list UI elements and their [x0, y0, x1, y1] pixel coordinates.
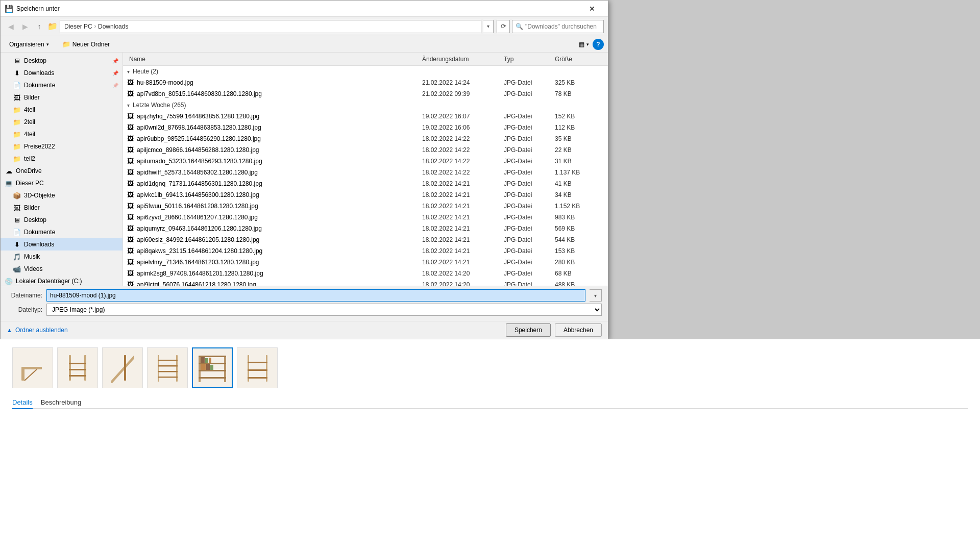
file-type: JPG-Datei	[502, 158, 553, 165]
search-input[interactable]	[525, 23, 602, 30]
col-modified[interactable]: Änderungsdatum	[420, 56, 502, 63]
thumbnail-4[interactable]	[147, 347, 188, 388]
file-row[interactable]: 🖼 api60esiz_84992.1644861205.1280.1280.j…	[123, 234, 608, 245]
forward-button[interactable]: ▶	[19, 20, 31, 33]
collapse-icon[interactable]: ▾	[127, 69, 130, 74]
file-row[interactable]: 🖼 api0wnl2d_87698.1644863853.1280.1280.j…	[123, 122, 608, 133]
file-date: 19.02.2022 16:06	[420, 124, 502, 131]
breadcrumb-bar[interactable]: Dieser PC › Downloads	[60, 20, 481, 33]
group-header-heute[interactable]: ▾ Heute (2)	[123, 66, 608, 77]
filename-input[interactable]	[46, 289, 585, 302]
file-name: 🖼 apijzhyhq_75599.1644863856.1280.1280.j…	[127, 112, 420, 120]
breadcrumb-dropdown[interactable]: ▾	[483, 20, 494, 33]
sidebar-item-bilder2[interactable]: 🖼 Bilder	[1, 202, 122, 214]
file-row[interactable]: 🖼 apivkc1lb_69413.1644856300.1280.1280.j…	[123, 189, 608, 201]
filetype-select[interactable]: JPEG Image (*.jpg)	[46, 304, 602, 316]
svg-rect-5	[69, 363, 86, 364]
save-button[interactable]: Speichern	[506, 323, 551, 337]
file-row[interactable]: 🖼 apielvlmy_71346.1644861203.1280.1280.j…	[123, 257, 608, 268]
col-name[interactable]: Name	[127, 56, 420, 63]
group-header-letzte-woche[interactable]: ▾ Letzte Woche (265)	[123, 99, 608, 111]
sidebar-item-3d[interactable]: 📦 3D-Objekte	[1, 189, 122, 202]
file-size: 22 KB	[553, 146, 604, 154]
file-row[interactable]: 🖼 apiqumyrz_09463.1644861206.1280.1280.j…	[123, 223, 608, 234]
sidebar-item-videos[interactable]: 📹 Videos	[1, 263, 122, 275]
jpg-icon: 🖼	[127, 135, 134, 142]
file-row[interactable]: 🖼 apimk2sg8_97408.1644861201.1280.1280.j…	[123, 268, 608, 279]
close-button[interactable]: ✕	[580, 1, 604, 17]
view-button[interactable]: ▦ ▾	[576, 38, 592, 51]
breadcrumb-dieser-pc[interactable]: Dieser PC	[64, 23, 92, 30]
tab-details[interactable]: Details	[12, 396, 33, 409]
thumbnail-2[interactable]	[57, 347, 98, 388]
file-row[interactable]: 🖼 api6zyvd_28660.1644861207.1280.1280.jp…	[123, 212, 608, 223]
sidebar-item-musik[interactable]: 🎵 Musik	[1, 251, 122, 263]
svg-rect-4	[84, 355, 86, 381]
tab-beschreibung[interactable]: Beschreibung	[41, 396, 82, 409]
cancel-button[interactable]: Abbrechen	[555, 323, 602, 337]
collapse-icon[interactable]: ▾	[127, 103, 130, 108]
sidebar-item-label: Musik	[24, 253, 40, 260]
dialog-icon: 💾	[5, 5, 13, 13]
sidebar-item-desktop[interactable]: 🖥 Desktop 📌	[1, 55, 122, 67]
back-button[interactable]: ◀	[5, 20, 17, 33]
file-size: 31 KB	[553, 158, 604, 165]
file-row[interactable]: 🖼 apir6ubbp_98525.1644856290.1280.1280.j…	[123, 133, 608, 144]
organize-button[interactable]: Organisieren ▾	[5, 38, 54, 51]
thumbnail-5[interactable]	[192, 347, 233, 388]
sidebar-item-4teil2[interactable]: 📁 4teil	[1, 128, 122, 140]
sidebar-item-downloads-active[interactable]: ⬇ Downloads	[1, 238, 122, 251]
file-row[interactable]: 🖼 apidhwitf_52573.1644856302.1280.1280.j…	[123, 167, 608, 178]
thumbnail-6[interactable]	[237, 347, 278, 388]
sidebar-item-dokumente[interactable]: 📄 Dokumente 📌	[1, 79, 122, 91]
sidebar-item-onedrive[interactable]: ☁ OneDrive	[1, 165, 122, 177]
col-size[interactable]: Größe	[553, 56, 604, 63]
up-button[interactable]: ↑	[33, 20, 45, 33]
file-date: 18.02.2022 14:21	[420, 203, 502, 210]
file-name-text: api8qakws_23115.1644861204.1280.1280.jpg	[137, 247, 262, 255]
sidebar-item-dokumente2[interactable]: 📄 Dokumente	[1, 226, 122, 238]
sidebar-item-label: Preise2022	[24, 143, 55, 150]
jpg-icon: 🖼	[127, 247, 134, 255]
sidebar-item-preise[interactable]: 📁 Preise2022	[1, 140, 122, 153]
sidebar-item-downloads-top[interactable]: ⬇ Downloads 📌	[1, 67, 122, 79]
sidebar-item-desktop2[interactable]: 🖥 Desktop	[1, 214, 122, 226]
file-name-text: apielvlmy_71346.1644861203.1280.1280.jpg	[137, 259, 259, 266]
file-name-text: api0wnl2d_87698.1644863853.1280.1280.jpg	[137, 124, 261, 131]
file-date: 18.02.2022 14:21	[420, 259, 502, 266]
jpg-icon: 🖼	[127, 79, 134, 86]
file-list-body[interactable]: ▾ Heute (2) 🖼 hu-881509-mood.jpg 21.02.2…	[123, 66, 608, 286]
thumbnail-3[interactable]	[102, 347, 143, 388]
file-row[interactable]: 🖼 apid1dgnq_71731.1644856301.1280.1280.j…	[123, 178, 608, 189]
thumbnail-1[interactable]	[12, 347, 53, 388]
file-row[interactable]: 🖼 apijzhyhq_75599.1644863856.1280.1280.j…	[123, 111, 608, 122]
file-row[interactable]: 🖼 apiljcmco_89866.1644856288.1280.1280.j…	[123, 144, 608, 156]
file-row[interactable]: 🖼 api8qakws_23115.1644861204.1280.1280.j…	[123, 245, 608, 257]
sidebar-item-dieser-pc[interactable]: 💻 Dieser PC	[1, 177, 122, 189]
sidebar-item-4teil[interactable]: 📁 4teil	[1, 104, 122, 116]
breadcrumb-downloads[interactable]: Downloads	[98, 23, 128, 30]
file-row[interactable]: 🖼 hu-881509-mood.jpg 21.02.2022 14:24 JP…	[123, 77, 608, 88]
new-folder-button[interactable]: 📁 Neuer Ordner	[58, 38, 114, 51]
sidebar-item-2teil[interactable]: 📁 2teil	[1, 116, 122, 128]
sidebar-item-lokaler-c[interactable]: 💿 Lokaler Datenträger (C:)	[1, 275, 122, 286]
col-type[interactable]: Typ	[502, 56, 553, 63]
file-row[interactable]: 🖼 apitumado_53230.1644856293.1280.1280.j…	[123, 156, 608, 167]
file-list-header: Name Änderungsdatum Typ Größe	[123, 53, 608, 66]
sidebar-item-label: Bilder	[24, 204, 40, 211]
file-name: 🖼 api60esiz_84992.1644861205.1280.1280.j…	[127, 236, 420, 243]
file-name-text: apir6ubbp_98525.1644856290.1280.1280.jpg	[137, 135, 261, 142]
filename-dropdown[interactable]: ▾	[590, 289, 602, 302]
sidebar-item-bilder[interactable]: 🖼 Bilder	[1, 91, 122, 104]
folder-icon: 📁	[13, 130, 21, 138]
group-label: Heute (2)	[133, 68, 158, 75]
folder-toggle[interactable]: ▲ Ordner ausblenden	[7, 327, 68, 334]
file-row[interactable]: 🖼 api5fwuu_50116.1644861208.1280.1280.jp…	[123, 201, 608, 212]
help-button[interactable]: ?	[593, 39, 604, 50]
file-size: 152 KB	[553, 113, 604, 120]
search-box[interactable]: 🔍	[512, 20, 604, 33]
sidebar-item-teil2[interactable]: 📁 teil2	[1, 153, 122, 165]
file-row[interactable]: 🖼 api7vd8bn_80515.1644860830.1280.1280.j…	[123, 88, 608, 99]
file-row[interactable]: 🖼 api9lctgj_56076.1644861218.1280.1280.j…	[123, 279, 608, 286]
refresh-button[interactable]: ⟳	[497, 20, 510, 33]
